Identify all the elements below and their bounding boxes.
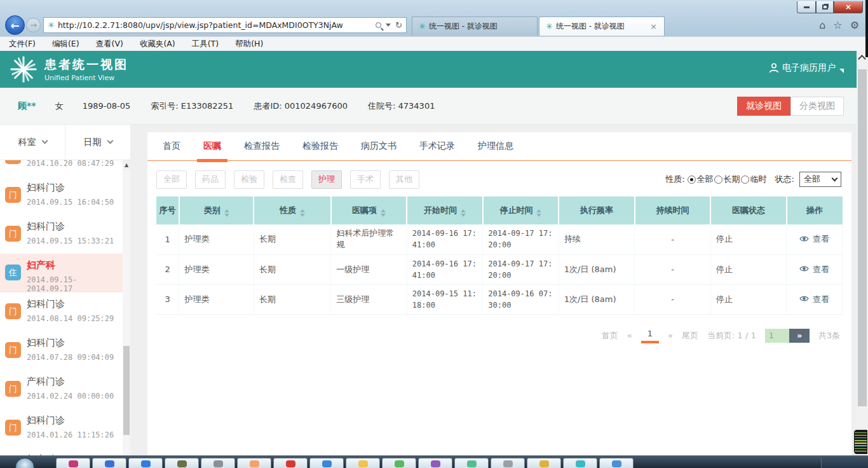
page-go-button[interactable]: » (789, 329, 810, 343)
browser-tab[interactable]: ✳统一视图 - 就诊视图× (539, 17, 665, 36)
column-header[interactable]: 停止时间 (483, 196, 559, 224)
sort-icon[interactable] (461, 209, 466, 217)
page-scrollbar[interactable] (857, 53, 868, 455)
address-bar[interactable]: ✳ http://10.2.2.71:8080/upv/jsp/view.jsp… (43, 17, 407, 33)
tab-首页[interactable]: 首页 (151, 132, 192, 160)
home-icon[interactable]: ⌂ (819, 19, 825, 31)
radio-icon[interactable] (714, 176, 722, 184)
taskbar-app-button[interactable] (454, 458, 489, 468)
url-text[interactable]: http://10.2.2.71:8080/upv/jsp/view.jsp?p… (58, 20, 376, 30)
favorites-star-icon[interactable]: ☆ (833, 19, 842, 31)
view-toggle-button[interactable]: 分类视图 (790, 97, 844, 116)
pagination-next-icon[interactable]: » (668, 331, 673, 340)
minimize-button[interactable] (797, 1, 816, 13)
visit-list-item[interactable]: 门妇科门诊2014.10.20 08:47:29 (0, 160, 123, 176)
menu-item[interactable]: 工具(T) (192, 39, 219, 50)
close-button[interactable]: × (834, 1, 863, 13)
menu-item[interactable]: 帮助(H) (235, 39, 263, 50)
filter-chip[interactable]: 药品 (195, 170, 226, 189)
taskbar-app-button[interactable] (237, 458, 271, 468)
tab-检查报告[interactable]: 检查报告 (233, 132, 291, 160)
taskbar-app-button[interactable] (382, 458, 416, 468)
taskbar-app-button[interactable] (418, 458, 452, 468)
forward-button[interactable]: → (26, 18, 41, 32)
sort-icon[interactable] (381, 209, 386, 217)
visit-list-item[interactable]: 门妇科门诊2014.08.14 09:25:29 (0, 292, 123, 331)
view-order-link[interactable]: 查看 (792, 264, 837, 275)
dept-filter-dropdown[interactable]: 科室 (0, 125, 65, 160)
pagination-current-page[interactable]: 1 (641, 329, 659, 342)
sort-icon[interactable] (536, 209, 541, 217)
tab-病历文书[interactable]: 病历文书 (349, 132, 408, 160)
sidebar-scrollbar[interactable]: ▲ (123, 160, 130, 455)
scrollbar-thumb[interactable] (123, 346, 130, 434)
tab-close-icon[interactable]: × (648, 22, 659, 31)
menu-item[interactable]: 查看(V) (96, 39, 123, 50)
nature-radio-option[interactable]: 临时 (741, 174, 767, 185)
visit-list-item[interactable]: 门妇科门诊2014.07.28 09:04:09 (0, 331, 123, 370)
taskbar-app-button[interactable] (273, 458, 308, 468)
filter-chip[interactable]: 手术 (350, 170, 381, 189)
column-header[interactable]: 医嘱项 (331, 196, 407, 224)
maximize-button[interactable] (816, 1, 834, 13)
taskbar-app-button[interactable] (491, 458, 525, 468)
filter-chip[interactable]: 检查 (273, 170, 303, 189)
system-tray[interactable] (821, 457, 868, 468)
radio-icon[interactable] (688, 176, 696, 184)
taskbar-app-button[interactable] (527, 458, 561, 468)
taskbar-app-button[interactable] (599, 458, 634, 468)
filter-chip[interactable]: 检验 (234, 170, 264, 189)
nature-radio-option[interactable]: 长期 (714, 174, 740, 185)
visit-list-item[interactable]: 住妇产科 (0, 448, 123, 455)
taskbar-app-button[interactable] (165, 458, 199, 468)
nature-radio-option[interactable]: 全部 (688, 174, 714, 185)
back-button[interactable]: ← (5, 15, 25, 35)
refresh-icon[interactable]: ↻ (395, 20, 402, 30)
taskbar-app-button[interactable] (563, 458, 597, 468)
pagination-last[interactable]: 尾页 (682, 330, 698, 341)
scroll-up-icon[interactable] (858, 55, 866, 63)
sort-icon[interactable] (300, 209, 305, 217)
view-order-link[interactable]: 查看 (792, 233, 837, 245)
tab-护理信息[interactable]: 护理信息 (466, 132, 525, 160)
status-select[interactable]: 全部 (799, 172, 841, 187)
tab-检验报告[interactable]: 检验报告 (291, 132, 349, 160)
view-toggle-button[interactable]: 就诊视图 (737, 97, 790, 116)
visit-list-item[interactable]: 门妇科门诊2014.09.15 16:04:50 (0, 176, 123, 215)
search-icon[interactable] (376, 22, 381, 28)
visit-list-item[interactable]: 门妇科门诊2014.01.26 11:15:26 (0, 409, 123, 448)
column-header[interactable]: 类别 (179, 196, 254, 224)
tab-医嘱[interactable]: 医嘱 (192, 132, 233, 160)
taskbar-app-button[interactable] (128, 458, 163, 468)
chevron-down-icon[interactable] (386, 24, 391, 27)
scrollbar-thumb[interactable] (858, 69, 867, 406)
menu-item[interactable]: 编辑(E) (52, 39, 79, 50)
filter-chip[interactable]: 护理 (311, 170, 342, 189)
sort-icon[interactable] (224, 209, 229, 217)
menu-item[interactable]: 收藏夹(A) (140, 39, 175, 50)
scroll-up-icon[interactable]: ▲ (123, 160, 130, 170)
view-order-link[interactable]: 查看 (792, 294, 837, 305)
browser-tab[interactable]: ✳统一视图 - 就诊视图 (412, 17, 538, 36)
start-button[interactable] (15, 458, 34, 468)
column-header[interactable]: 性质 (254, 196, 330, 224)
menu-item[interactable]: 文件(F) (9, 39, 36, 50)
page-number-input[interactable]: 1 (765, 329, 789, 343)
column-header[interactable]: 开始时间 (407, 196, 482, 224)
taskbar-app-button[interactable] (92, 458, 126, 468)
taskbar-app-button[interactable] (201, 458, 235, 468)
taskbar-app-button[interactable] (56, 458, 90, 468)
visit-list-item[interactable]: 住妇产科2014.09.15-2014.09.17 (0, 254, 123, 292)
taskbar-app-button[interactable] (309, 458, 344, 468)
filter-chip[interactable]: 其他 (389, 170, 419, 189)
pagination-prev-icon[interactable]: « (627, 331, 632, 340)
pagination-first[interactable]: 首页 (602, 330, 618, 341)
user-menu[interactable]: 电子病历用户 (768, 62, 844, 74)
taskbar-app-button[interactable] (346, 458, 380, 468)
filter-chip[interactable]: 全部 (156, 170, 187, 189)
date-filter-dropdown[interactable]: 日期 (65, 125, 130, 160)
tab-手术记录[interactable]: 手术记录 (408, 132, 466, 160)
visit-list-item[interactable]: 门产科门诊2014.02.24 00:00:00 (0, 370, 123, 409)
visit-list-item[interactable]: 门妇科门诊2014.09.15 15:33:21 (0, 215, 123, 254)
radio-icon[interactable] (741, 176, 749, 184)
